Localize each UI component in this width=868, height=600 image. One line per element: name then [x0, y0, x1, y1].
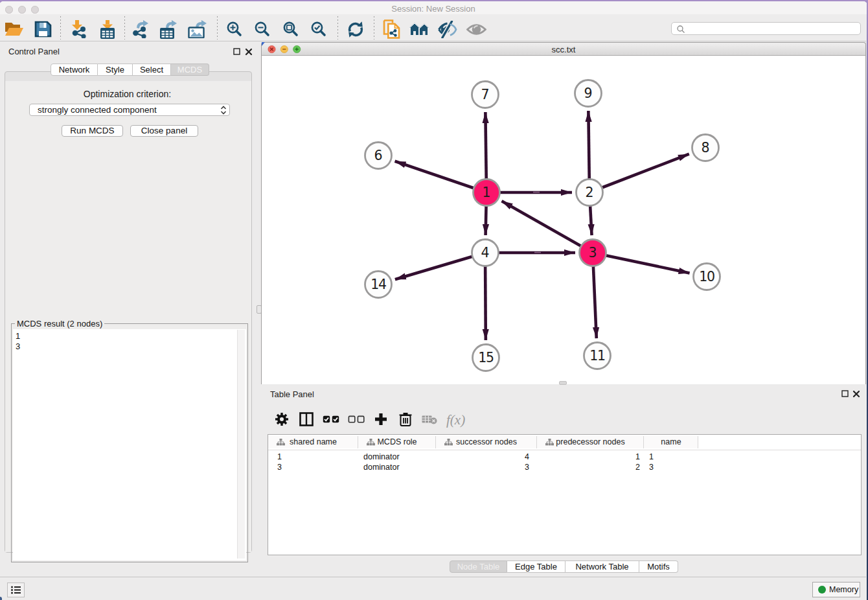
svg-text:3: 3	[588, 245, 597, 260]
svg-text:7: 7	[481, 87, 489, 102]
svg-text:8: 8	[701, 140, 709, 156]
svg-text:15: 15	[478, 350, 494, 365]
svg-text:11: 11	[589, 348, 605, 363]
svg-text:4: 4	[481, 245, 489, 260]
svg-text:9: 9	[584, 86, 592, 101]
svg-text:10: 10	[699, 269, 714, 284]
svg-text:1: 1	[482, 185, 490, 200]
svg-text:6: 6	[374, 148, 382, 163]
svg-text:14: 14	[371, 277, 386, 292]
svg-text:2: 2	[585, 185, 593, 200]
